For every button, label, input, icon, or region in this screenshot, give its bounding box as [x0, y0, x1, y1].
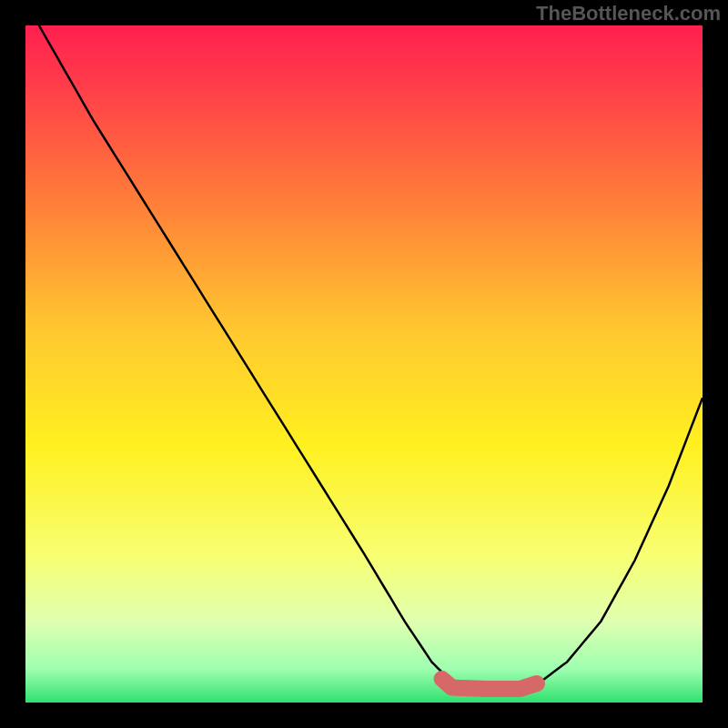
optimal-range-highlight [442, 679, 537, 689]
chart-curve-layer [25, 25, 703, 703]
optimal-point-dot [529, 675, 545, 692]
bottleneck-curve [39, 25, 703, 689]
chart-plot-area [25, 25, 703, 703]
watermark-text: TheBottleneck.com [536, 2, 721, 25]
